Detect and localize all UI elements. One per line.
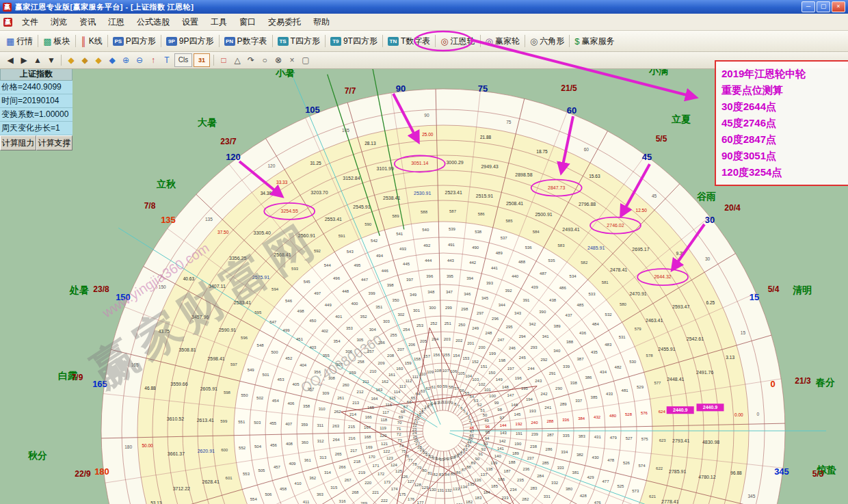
menu-item-gann[interactable]: 江恩 — [102, 15, 131, 29]
tool-cross-tool[interactable]: × — [286, 54, 298, 66]
tool-cls[interactable]: Cls — [174, 53, 192, 67]
calc-support-button[interactable]: 计算支撑 — [36, 135, 72, 150]
menu-item-window[interactable]: 窗口 — [233, 15, 262, 29]
svg-text:487: 487 — [540, 271, 547, 276]
toolbar-item-sectors[interactable]: ▩板块 — [40, 33, 73, 49]
toolbar-item-gann-wheel[interactable]: ◎江恩轮 — [437, 33, 478, 49]
tool-circle-cross-tool[interactable]: ⊗ — [272, 54, 284, 66]
svg-text:106: 106 — [450, 369, 458, 373]
calc-resistance-button[interactable]: 计算阻力 — [0, 135, 36, 150]
svg-text:3101.99: 3101.99 — [377, 166, 394, 171]
tool-move-up[interactable]: ↑ — [147, 54, 159, 66]
tool-diamond-2[interactable]: ◆ — [79, 54, 91, 66]
tool-select-tool[interactable]: ▢ — [300, 54, 312, 66]
svg-text:23/7: 23/7 — [220, 137, 237, 146]
svg-text:243: 243 — [535, 379, 542, 383]
close-button[interactable]: × — [832, 1, 845, 12]
tool-diamond-3[interactable]: ◆ — [92, 54, 105, 66]
svg-text:358: 358 — [303, 404, 310, 408]
svg-text:处暑: 处暑 — [69, 284, 89, 295]
toolbar-item-kline[interactable]: ║K线 — [77, 33, 106, 49]
toolbar-item-t-square[interactable]: TST四方形 — [274, 33, 323, 49]
index-info-panel: 上证指数 价格=2440.9099时间=20190104变换系数=1.00000… — [0, 67, 72, 150]
svg-text:388: 388 — [566, 340, 574, 344]
svg-text:150: 150 — [116, 292, 131, 302]
tool-arc-tool[interactable]: ↷ — [245, 54, 257, 66]
tool-circle-tool[interactable]: ○ — [259, 54, 271, 66]
toolbar-item-winner-service[interactable]: $赢家服务 — [571, 33, 618, 49]
minimize-button[interactable]: ─ — [801, 1, 815, 12]
tool-zoom-out[interactable]: ⊖ — [133, 54, 146, 66]
svg-text:291: 291 — [549, 371, 557, 375]
maximize-button[interactable]: ▢ — [817, 1, 830, 12]
tool-go-last[interactable]: ▶ — [18, 54, 30, 66]
menu-item-tools[interactable]: 工具 — [204, 15, 233, 29]
tool-text-tool[interactable]: T — [161, 54, 173, 66]
tool-zoom-in[interactable]: ⊕ — [120, 54, 132, 66]
toolbar-item-9p-square[interactable]: 9P9P四方形 — [163, 33, 217, 49]
svg-text:351: 351 — [375, 305, 383, 309]
svg-text:48: 48 — [469, 426, 474, 430]
svg-text:7/8: 7/8 — [144, 201, 156, 211]
svg-text:135: 135 — [161, 215, 176, 225]
svg-text:526: 526 — [623, 461, 631, 465]
menu-item-browse[interactable]: 浏览 — [44, 15, 73, 29]
tool-up-triangle[interactable]: ▲ — [31, 54, 44, 66]
menu-item-trade-entrust[interactable]: 交易委托 — [262, 15, 307, 29]
menu-item-file[interactable]: 文件 — [16, 15, 44, 29]
9t-square-badge-icon: T9 — [330, 37, 341, 46]
svg-text:202: 202 — [455, 339, 463, 343]
svg-text:296: 296 — [492, 317, 499, 321]
svg-text:250: 250 — [458, 323, 466, 327]
toolbar-item-hexagon[interactable]: ◎六角形 — [527, 33, 568, 49]
menu-item-help[interactable]: 帮助 — [307, 15, 336, 29]
svg-text:259: 259 — [349, 371, 357, 375]
svg-text:350: 350 — [393, 298, 400, 302]
toolbar-label-t-table: T数字表 — [401, 36, 430, 47]
svg-text:591: 591 — [339, 234, 346, 238]
svg-text:52: 52 — [477, 403, 482, 407]
svg-text:301: 301 — [413, 308, 421, 313]
tool-calendar[interactable]: 31 — [194, 53, 210, 67]
candlestick-icon: ║ — [81, 37, 87, 46]
svg-text:7/9: 7/9 — [72, 373, 83, 382]
svg-text:536: 536 — [525, 246, 533, 250]
toolbar-item-t-table[interactable]: TNT数字表 — [384, 33, 434, 49]
toolbar-label-hexagon: 六角形 — [540, 36, 564, 47]
svg-text:87: 87 — [462, 468, 466, 472]
menu-item-formula-stock-pick[interactable]: 公式选股 — [131, 15, 176, 29]
svg-text:405: 405 — [292, 382, 300, 386]
svg-text:488: 488 — [518, 260, 526, 264]
tool-down-triangle[interactable]: ▼ — [45, 54, 57, 66]
tool-go-first[interactable]: ◀ — [4, 54, 16, 66]
svg-text:362: 362 — [309, 476, 317, 480]
svg-text:284: 284 — [537, 474, 544, 478]
svg-text:46.88: 46.88 — [144, 386, 156, 390]
toolbar-item-p-table[interactable]: PNP数字表 — [221, 33, 271, 49]
tool-diamond-1[interactable]: ◆ — [65, 54, 77, 66]
toolbar-item-p-square[interactable]: PSP四方形 — [109, 33, 159, 49]
svg-text:339: 339 — [563, 364, 570, 369]
svg-text:165: 165 — [367, 406, 375, 410]
menu-item-news[interactable]: 资讯 — [73, 15, 102, 29]
svg-text:186: 186 — [498, 477, 505, 481]
t-square-badge-icon: TS — [278, 37, 289, 46]
svg-text:127: 127 — [408, 479, 415, 483]
annotation-line-7: 120度3254点 — [721, 164, 848, 181]
toolbar-item-winner-wheel[interactable]: ◎赢家轮 — [482, 33, 523, 49]
svg-text:435: 435 — [591, 350, 598, 354]
tool-rect-tool[interactable]: □ — [217, 54, 230, 66]
annotation-line-5: 60度2847点 — [721, 131, 848, 148]
svg-text:494: 494 — [376, 254, 384, 258]
menu-item-settings[interactable]: 设置 — [176, 15, 204, 29]
svg-text:203: 203 — [444, 337, 451, 341]
toolbar-item-9t-square[interactable]: T99T四方形 — [327, 33, 381, 49]
svg-text:2493.41: 2493.41 — [562, 227, 579, 232]
svg-text:252: 252 — [430, 321, 438, 326]
tool-diamond-4[interactable]: ◆ — [106, 54, 118, 66]
tool-triangle-tool[interactable]: △ — [231, 54, 243, 66]
toolbar-item-quotes[interactable]: ▦行情 — [3, 33, 36, 49]
svg-text:192: 192 — [516, 422, 523, 426]
svg-text:112: 112 — [406, 379, 412, 383]
svg-text:441: 441 — [491, 266, 499, 270]
